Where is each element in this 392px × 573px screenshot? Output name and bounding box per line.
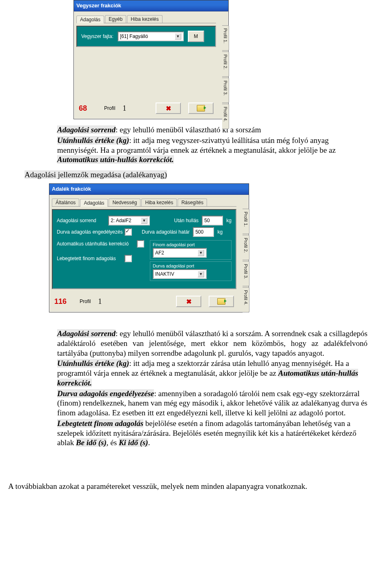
- select-adag-sorrend[interactable]: 2: AdalF2 ▼: [108, 216, 150, 225]
- tab-adagolas[interactable]: Adagolás: [80, 199, 108, 207]
- checkbox-auto-korr[interactable]: [137, 240, 144, 247]
- tab-egyeb[interactable]: Egyéb: [105, 15, 126, 23]
- footer-profil-label: Profil: [80, 299, 91, 304]
- select-vegyszer-fajta[interactable]: [61] Fagyálló ▼: [118, 31, 184, 41]
- unit-kg-2: kg: [217, 229, 223, 235]
- tab-adagolas[interactable]: Adagolás: [76, 16, 104, 23]
- chevron-down-icon: ▼: [198, 271, 204, 277]
- term-lebeg: Lebegtetett finom adagolás: [57, 419, 143, 428]
- side-tab-profil-1[interactable]: Profil 1.: [222, 25, 229, 51]
- dialog-title: Adalék frakciók: [49, 184, 249, 195]
- folder-open-icon: [197, 105, 205, 111]
- input-durva-hatar[interactable]: [193, 227, 214, 237]
- dialog-footer: 116 Profil 1 ✖: [52, 294, 236, 309]
- side-tab-profil-2[interactable]: Profil 2.: [222, 51, 229, 77]
- cancel-button[interactable]: ✖: [156, 103, 181, 114]
- tabstrip: Általános Adagolás Nedvesség Hiba kezelé…: [52, 197, 236, 207]
- term-utanhullas-2: Utánhullás értéke (kg): [57, 359, 129, 368]
- chevron-down-icon: ▼: [198, 250, 204, 256]
- heading-adalekanyag: Adagolási jellemzők megadása (adalékanya…: [24, 170, 368, 179]
- term-adag-sorrend-2: Adagolási sorrend: [57, 329, 116, 338]
- tab-altalanos[interactable]: Általános: [52, 198, 79, 206]
- paragraph-1: Adagolási sorrend: egy lehulló menüből v…: [57, 125, 368, 165]
- tabstrip: Adagolás Egyéb Hiba kezelés: [76, 14, 216, 23]
- dialog-title: Vegyszer frakciók: [74, 0, 228, 11]
- folder-open-icon: [217, 298, 225, 305]
- tab-hiba-kezeles[interactable]: Hiba kezelés: [141, 198, 177, 206]
- side-tab-profil-4[interactable]: Profil 4.: [222, 104, 229, 129]
- label-auto-korr: Automatikus utánhullás kerrekció: [57, 241, 134, 247]
- term-utanhullas: Utánhullás értéke (kg): [57, 136, 129, 145]
- tab-rasegites[interactable]: Rásegítés: [178, 198, 207, 206]
- tab-hiba-kezeles[interactable]: Hiba kezelés: [127, 15, 163, 23]
- side-tab-profil-1[interactable]: Profil 1.: [243, 209, 249, 234]
- cancel-button[interactable]: ✖: [176, 296, 201, 307]
- unit-kg: kg: [226, 218, 232, 223]
- term-auto-korr: Automatikus után-hullás korrekciót.: [57, 155, 174, 164]
- side-tabs: Profil 1. Profil 2. Profil 3. Profil 4.: [243, 209, 249, 312]
- footer-number: 116: [54, 297, 72, 306]
- close-icon: ✖: [166, 105, 171, 112]
- select-durva-port[interactable]: INAKTIV ▼: [153, 269, 207, 279]
- label-lebeg: Lebegtetett finom adagolás: [57, 256, 121, 261]
- label-utan-hullas: Után hullás: [174, 218, 198, 223]
- panel-adagolas: Adagolási sorrend 2: AdalF2 ▼ Után hullá…: [52, 209, 236, 289]
- label-finom-port: Finom adagolási port: [153, 242, 229, 247]
- dialog-footer: 68 Profil 1 ✖: [76, 101, 216, 116]
- dialog-adalek-frakciok: Adalék frakciók Általános Adagolás Nedve…: [49, 183, 249, 312]
- label-durva-hatar: Durva adagolási határ: [142, 229, 189, 235]
- bottom-paragraph: A továbbiakban azokat a paramétereket ve…: [0, 482, 392, 499]
- select-finom-port[interactable]: AF2 ▼: [153, 248, 207, 258]
- m-button[interactable]: M: [188, 31, 204, 42]
- open-button[interactable]: [188, 103, 214, 114]
- term-ki-ido: Ki idő (s): [119, 438, 148, 447]
- footer-profil-value: 1: [122, 104, 126, 113]
- tab-nedvesseg[interactable]: Nedvesség: [109, 198, 140, 206]
- footer-number: 68: [79, 104, 97, 113]
- chevron-down-icon: ▼: [141, 217, 147, 224]
- footer-profil-value: 1: [98, 297, 102, 306]
- side-tab-profil-2[interactable]: Profil 2.: [243, 235, 249, 260]
- close-icon: ✖: [186, 298, 192, 305]
- checkbox-lebeg[interactable]: [125, 255, 132, 262]
- paragraph-2: Adagolási sorrend: egy lehulló menüből v…: [57, 329, 368, 448]
- checkbox-durva-enged[interactable]: [125, 228, 132, 236]
- panel-vegyszer-fajta: Vegyszer fajta: [61] Fagyálló ▼ M: [76, 26, 216, 47]
- term-adagolasi-sorrend: Adagolási sorrend: [57, 125, 116, 134]
- label-durva-port: Durva adagolási port: [153, 263, 229, 268]
- subpanel-durva-port: Durva adagolási port INAKTIV ▼: [150, 261, 232, 281]
- term-durva-enged: Durva adagolás engedélyezése: [57, 389, 154, 398]
- open-button[interactable]: [209, 296, 234, 307]
- side-tab-profil-3[interactable]: Profil 3.: [222, 78, 229, 103]
- input-utan-hullas[interactable]: [202, 216, 223, 225]
- dialog-vegyszer-frakciok: Vegyszer frakciók Adagolás Egyéb Hiba ke…: [74, 0, 229, 119]
- chevron-down-icon: ▼: [175, 33, 181, 40]
- label-vegyszer-fajta: Vegyszer fajta:: [81, 33, 114, 39]
- select-value: [61] Fagyálló: [120, 33, 148, 40]
- subpanel-finom-port: Finom adagolási port AF2 ▼: [150, 240, 232, 260]
- side-tab-profil-3[interactable]: Profil 3.: [243, 261, 249, 286]
- label-durva-enged: Durva adagolás engedélyezés: [57, 229, 121, 235]
- label-adag-sorrend: Adagolási sorrend: [57, 218, 105, 223]
- side-tab-profil-4[interactable]: Profil 4.: [243, 287, 249, 312]
- side-tabs: Profil 1. Profil 2. Profil 3. Profil 4.: [222, 25, 229, 129]
- footer-profil-label: Profil: [104, 105, 115, 111]
- term-be-ido: Be idő (s): [76, 438, 107, 447]
